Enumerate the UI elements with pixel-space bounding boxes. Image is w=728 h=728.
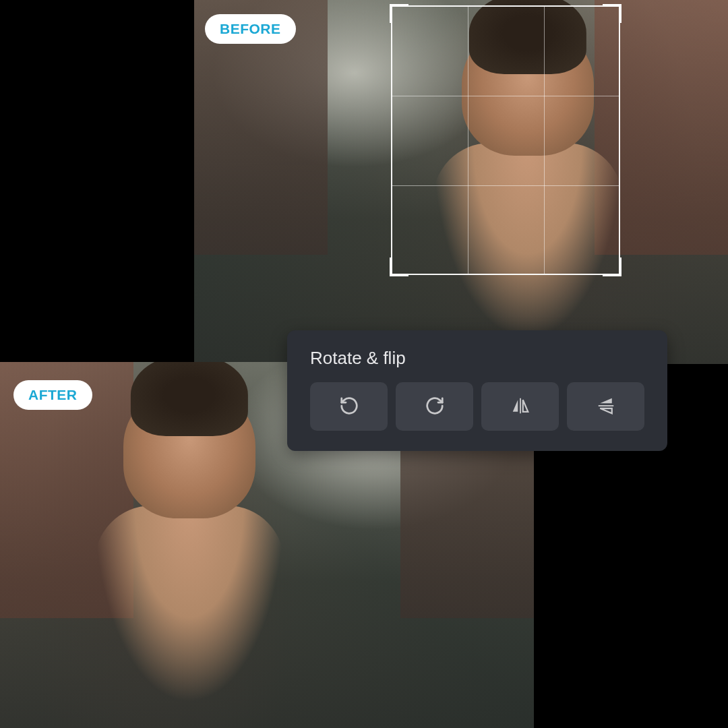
rotate-left-icon: [339, 396, 359, 418]
rotate-right-button[interactable]: [396, 382, 473, 431]
rotate-button-group: [310, 382, 644, 431]
crop-handle-bottom-left[interactable]: [390, 257, 408, 276]
rotate-right-icon: [425, 396, 445, 418]
before-badge: BEFORE: [205, 14, 296, 44]
flip-vertical-button[interactable]: [567, 382, 644, 431]
crop-handle-top-left[interactable]: [390, 4, 408, 23]
crop-handle-bottom-right[interactable]: [603, 257, 621, 276]
flip-vertical-icon: [596, 396, 616, 418]
flip-horizontal-icon: [510, 396, 530, 418]
rotate-left-button[interactable]: [310, 382, 388, 431]
crop-grid-overlay[interactable]: [391, 5, 620, 275]
rotate-flip-panel: Rotate & flip: [287, 330, 667, 451]
after-badge: AFTER: [13, 380, 92, 410]
flip-horizontal-button[interactable]: [481, 382, 559, 431]
crop-handle-top-right[interactable]: [603, 4, 621, 23]
rotate-panel-title: Rotate & flip: [310, 348, 644, 369]
